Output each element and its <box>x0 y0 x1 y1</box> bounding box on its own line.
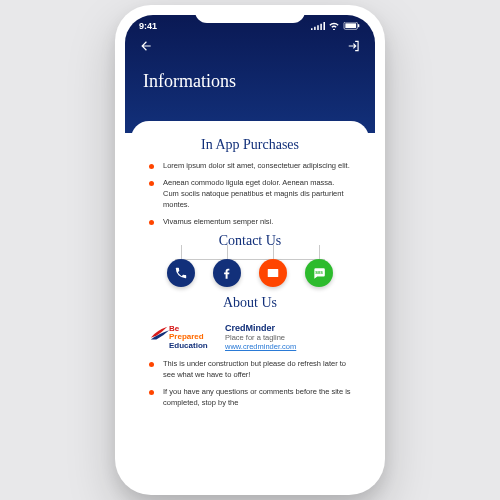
nav-row <box>125 31 375 57</box>
header: 9:41 Informations <box>125 15 375 133</box>
phone-button[interactable] <box>167 259 195 287</box>
back-button[interactable] <box>139 39 153 57</box>
page-title: Informations <box>125 57 375 92</box>
sms-icon: SMS <box>312 266 326 280</box>
iap-heading: In App Purchases <box>145 137 355 153</box>
logo-line3: Education <box>169 342 213 350</box>
notch <box>195 5 305 23</box>
wing-icon <box>149 323 171 345</box>
list-item: If you have any questions or comments be… <box>149 387 351 409</box>
list-item: Vivamus elementum semper nisi. <box>149 217 351 228</box>
exit-button[interactable] <box>347 39 361 57</box>
logo: Be Prepared Education <box>153 325 213 350</box>
brand-name: CredMinder <box>225 323 296 333</box>
about-text: CredMinder Place for a tagline www.credm… <box>225 323 296 351</box>
about-heading: About Us <box>145 295 355 311</box>
screen: 9:41 Informations In App Purchases <box>125 15 375 485</box>
list-item: This is under construction but please do… <box>149 359 351 381</box>
email-button[interactable] <box>259 259 287 287</box>
battery-icon <box>343 22 361 30</box>
facebook-button[interactable] <box>213 259 241 287</box>
status-indicators <box>311 22 361 30</box>
content-card: In App Purchases Lorem ipsum dolor sit a… <box>131 121 369 481</box>
phone-icon <box>174 266 188 280</box>
tagline: Place for a tagline <box>225 333 296 342</box>
phone-frame: 9:41 Informations In App Purchases <box>115 5 385 495</box>
svg-rect-1 <box>345 23 356 28</box>
contact-buttons: SMS <box>145 259 355 287</box>
wifi-icon <box>328 22 340 30</box>
email-icon <box>266 266 280 280</box>
iap-list: Lorem ipsum dolor sit amet, consectetuer… <box>145 161 355 227</box>
facebook-icon <box>220 266 234 280</box>
exit-icon <box>347 39 361 53</box>
list-item: Lorem ipsum dolor sit amet, consectetuer… <box>149 161 351 172</box>
svg-rect-2 <box>358 24 359 27</box>
contact-heading: Contact Us <box>145 233 355 249</box>
list-item: Aenean commodo ligula eget dolor. Aenean… <box>149 178 351 211</box>
svg-text:SMS: SMS <box>315 271 323 275</box>
about-row: Be Prepared Education CredMinder Place f… <box>145 319 355 359</box>
sms-button[interactable]: SMS <box>305 259 333 287</box>
signal-icon <box>311 22 325 30</box>
about-list: This is under construction but please do… <box>145 359 355 409</box>
back-arrow-icon <box>139 39 153 53</box>
brand-link[interactable]: www.credminder.com <box>225 342 296 351</box>
status-time: 9:41 <box>139 21 157 31</box>
